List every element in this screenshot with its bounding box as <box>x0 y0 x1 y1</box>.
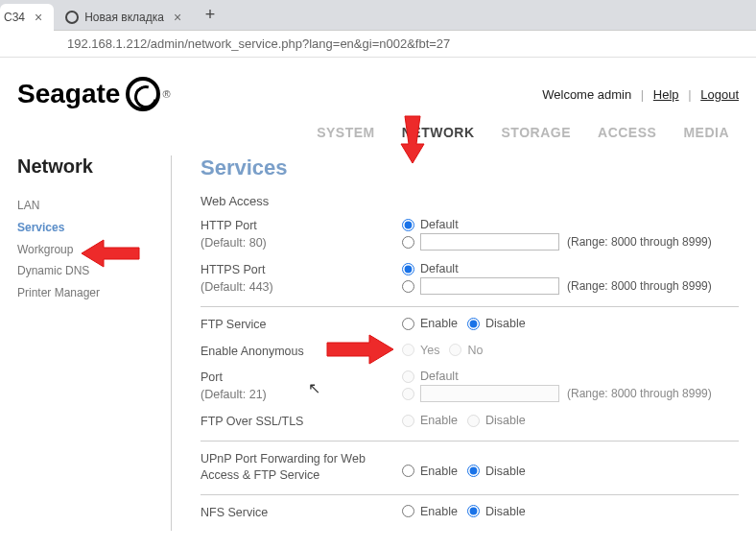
http-port-input[interactable] <box>420 233 559 251</box>
default-label: Default <box>420 370 459 383</box>
range-note: (Range: 8000 through 8999) <box>567 387 712 400</box>
url-text: 192.168.1.212/admin/network_service.php?… <box>67 36 450 51</box>
section-title: Services <box>201 155 739 180</box>
default-label: Default <box>420 262 459 275</box>
disable-label: Disable <box>485 465 526 478</box>
brand-text: Seagate <box>17 79 120 109</box>
header-links: Welcome admin | Help | Logout <box>542 87 739 102</box>
sidebar-item-dynamic-dns[interactable]: Dynamic DNS <box>17 260 171 282</box>
http-port-label: HTTP Port (Default: 80) <box>201 218 402 252</box>
web-access-heading: Web Access <box>201 194 739 208</box>
anon-no-radio <box>449 344 461 356</box>
disable-label: Disable <box>485 505 526 518</box>
https-default-radio[interactable] <box>402 263 414 275</box>
seagate-swirl-icon <box>126 77 160 111</box>
chrome-icon <box>65 11 79 24</box>
tab-label: Новая вкладка <box>84 11 164 24</box>
upnp-label: UPnP Port Forwarding for Web Access & FT… <box>201 451 402 485</box>
default-label: Default <box>420 218 459 231</box>
disable-label: Disable <box>485 414 526 427</box>
range-note: (Range: 8000 through 8999) <box>567 235 712 249</box>
upnp-disable-radio[interactable] <box>467 465 480 477</box>
nav-network[interactable]: NETWORK <box>402 125 475 140</box>
sidebar-item-services[interactable]: Services <box>17 217 171 239</box>
registered-mark: ® <box>162 88 170 100</box>
divider <box>201 306 739 307</box>
sidebar-item-printer-manager[interactable]: Printer Manager <box>17 282 171 304</box>
sidebar-title: Network <box>17 155 171 178</box>
https-port-label: HTTPS Port (Default: 443) <box>201 262 402 297</box>
ftp-enable-radio[interactable] <box>402 318 414 330</box>
divider <box>201 494 739 495</box>
close-icon[interactable]: × <box>174 10 181 25</box>
ftp-ssl-label: FTP Over SSL/TLS <box>201 414 402 431</box>
https-custom-radio[interactable] <box>402 280 414 293</box>
new-tab-button[interactable]: + <box>199 4 222 27</box>
enable-label: Enable <box>420 465 458 478</box>
main-content: Services Web Access HTTP Port (Default: … <box>171 155 739 531</box>
nfs-disable-radio[interactable] <box>467 505 480 517</box>
ftpssl-disable-radio <box>467 415 480 427</box>
http-custom-radio[interactable] <box>402 236 414 249</box>
address-bar[interactable]: 192.168.1.212/admin/network_service.php?… <box>0 31 756 58</box>
sidebar-item-workgroup[interactable]: Workgroup <box>17 239 171 261</box>
enable-label: Enable <box>420 414 458 427</box>
ftp-port-custom-radio <box>402 388 414 400</box>
yes-label: Yes <box>420 344 439 357</box>
ftp-service-label: FTP Service <box>201 317 402 334</box>
tab-label: C34 <box>4 11 25 24</box>
disable-label: Disable <box>485 317 526 330</box>
enable-anon-label: Enable Anonymous <box>201 344 402 361</box>
nav-access[interactable]: ACCESS <box>598 125 656 140</box>
https-port-input[interactable] <box>420 277 559 295</box>
http-default-radio[interactable] <box>402 219 414 231</box>
help-link[interactable]: Help <box>653 87 679 102</box>
enable-label: Enable <box>420 317 458 330</box>
cursor-icon: ↖ <box>308 379 320 397</box>
ftp-disable-radio[interactable] <box>467 318 480 330</box>
ftp-port-input <box>420 385 559 402</box>
browser-tab-2[interactable]: Новая вкладка × <box>54 4 193 31</box>
no-label: No <box>467 344 483 357</box>
ftpssl-enable-radio <box>402 415 414 427</box>
divider <box>201 441 739 442</box>
browser-tab-bar: C34 × Новая вкладка × + <box>0 0 756 31</box>
enable-label: Enable <box>420 505 458 518</box>
anon-yes-radio <box>402 344 414 356</box>
nav-media[interactable]: MEDIA <box>683 125 729 140</box>
logout-link[interactable]: Logout <box>700 87 739 102</box>
upnp-enable-radio[interactable] <box>402 465 414 477</box>
nfs-enable-radio[interactable] <box>402 505 414 517</box>
close-icon[interactable]: × <box>35 10 42 25</box>
brand-logo: Seagate ® <box>17 77 171 111</box>
browser-tab-1[interactable]: C34 × <box>0 4 54 31</box>
sidebar: Network LAN Services Workgroup Dynamic D… <box>17 155 171 531</box>
sidebar-item-lan[interactable]: LAN <box>17 195 171 217</box>
main-nav: SYSTEM NETWORK STORAGE ACCESS MEDIA <box>17 125 739 140</box>
nfs-label: NFS Service <box>201 505 402 522</box>
welcome-text: Welcome admin <box>542 87 631 102</box>
nav-system[interactable]: SYSTEM <box>317 125 375 140</box>
nav-storage[interactable]: STORAGE <box>502 125 571 140</box>
ftp-port-default-radio <box>402 370 414 383</box>
range-note: (Range: 8000 through 8999) <box>567 279 712 293</box>
ftp-port-label: Port (Default: 21) <box>201 370 402 404</box>
